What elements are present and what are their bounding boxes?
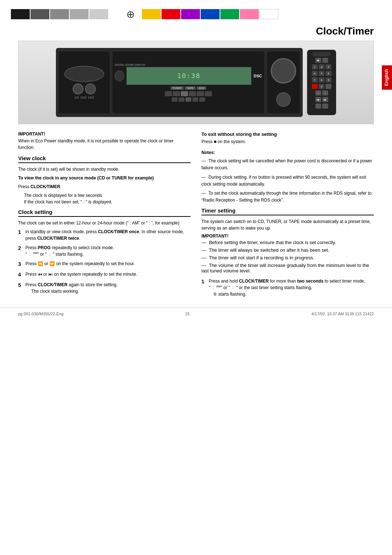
timer-setting-intro: The system can switch on to CD, TUNER, o… [201,218,374,231]
remote-num-row-1: 1 2 3 [312,64,331,69]
note-dash-1: — [201,158,206,165]
remote-control: ⏏ 1 2 3 4 5 6 7 8 9 [307,50,336,115]
swatch-black [11,9,30,19]
note-dash-3: — [201,190,206,197]
clock-step-3-content: Press ⏪ or ⏩ on the system repeatedly to… [25,260,191,268]
remote-btn-1: ⏏ [315,58,321,63]
notes-title: Notes: [201,149,374,156]
page-footer: pg 001-030/M355/22-Eng 25 4/17/02, 10:37… [0,308,392,320]
remote-num-2: 2 [319,64,324,69]
clock-step-1-content: In standby or view clock mode, press CLO… [25,228,191,242]
remote-bottom-row [315,104,328,109]
remote-num-3: 3 [326,64,331,69]
remote-num-6: 6 [326,71,331,76]
remote-num-row-3: 7 8 9 [312,77,331,82]
clock-step-3-number: 3 [18,260,23,268]
swatch-gray [50,9,69,19]
remote-num-5: 5 [319,71,324,76]
device-image: CD CD2 CD3 DIGITAL SOUND DISPLAY 10:38 D… [18,41,374,124]
digital-label: DIGITAL SOUND DISPLAY [115,64,146,66]
important-text: When in Eco Power standby mode, it is no… [18,138,191,151]
clock-step-2: 2 Press PROG repeatedly to select clock … [18,244,191,258]
remote-num-8: 8 [319,77,324,82]
page-title-area: Clock/Timer [0,22,392,41]
remote-prev: ⏮ [315,97,321,102]
clock-setting-heading: Clock setting [18,209,191,217]
footer-left: pg 001-030/M355/22-Eng [18,312,64,316]
clock-step-1: 1 In standby or view clock mode, press C… [18,228,191,242]
swatch-green [220,9,239,19]
two-column-layout: IMPORTANT! When in Eco Power standby mod… [18,131,374,300]
remote-nav-row: ⏮ ⏭ [315,97,328,102]
swatch-blue [201,9,220,19]
remote-num-row-2: 4 5 6 [312,71,331,76]
view-clock-body: The clock (if it is set) will be shown i… [18,166,191,173]
footer-page-number: 25 [185,312,189,316]
device-mockup: CD CD2 CD3 DIGITAL SOUND DISPLAY 10:38 D… [19,41,373,124]
view-clock-action: Press CLOCK⁄TIMER. [18,183,191,190]
remote-num-4: 4 [312,71,318,76]
note-text-2: During clock setting, if no button is pr… [201,175,366,187]
swatch-light-gray [70,9,89,19]
bottom-buttons [172,97,205,102]
swatch-red [162,9,180,19]
timer-important-3: — The timer will not start if a recordin… [201,255,374,260]
remote-next: ⏭ [322,97,328,102]
clock-step-2-content: Press PROG repeatedly to select clock mo… [25,244,191,258]
notes-section: Notes: — The clock setting will be cance… [201,149,374,204]
remote-btn-stop [312,84,318,89]
left-column: IMPORTANT! When in Eco Power standby mod… [18,131,191,300]
remote-btn-2 [322,58,328,63]
display-screen: 10:38 [126,67,252,85]
language-tab: English [382,65,392,90]
view-clock-detail1: The clock is displayed for a few seconds… [24,192,191,199]
clock-step-4: 4 Press ⏮ or ⏭ on the system repeatedly … [18,271,191,279]
remote-special-row: 0 [312,84,331,89]
clock-step-3: 3 Press ⏪ or ⏩ on the system repeatedly … [18,260,191,268]
view-clock-heading: View clock [18,155,191,163]
page-title: Clock/Timer [316,25,374,37]
timer-step-1-content: Press and hold CLOCK⁄TIMER for more than… [209,278,374,297]
timer-important-1: — Before setting the timer, ensure that … [201,240,374,245]
important-block: IMPORTANT! When in Eco Power standby mod… [18,131,191,151]
remote-num-0: 0 [319,84,324,89]
footer-right: 4/17/02, 10:37 AM 3139 115 21422 [311,312,374,316]
note-item-3: — To set the clock automatically through… [201,190,374,204]
note-item-2: — During clock setting, if no button is … [201,174,374,188]
stereo-left-panel: CD CD2 CD3 [59,52,110,113]
clock-setting-intro: The clock can be set in either 12-hour o… [18,220,191,226]
right-column: To exit without storing the setting Pres… [201,131,374,300]
timer-setting-heading: Timer setting [201,207,374,215]
swatch-purple [181,9,200,19]
control-buttons [165,91,212,96]
main-content: CD CD2 CD3 DIGITAL SOUND DISPLAY 10:38 D… [0,41,392,300]
clock-step-5: 5 Press CLOCK⁄TIMER again to store the s… [18,281,191,295]
note-item-1: — The clock setting will be cancelled wh… [201,158,374,171]
stereo-display-area: DIGITAL SOUND DISPLAY 10:38 DSC TUNER TA… [113,52,264,113]
view-clock-subheading: To view the clock in any source mode (CD… [18,175,191,181]
clock-step-4-content: Press ⏮ or ⏭ on the system repeatedly to… [25,271,191,279]
cd-labels: CD CD2 CD3 [75,96,94,99]
remote-vol-row: + − [315,90,328,96]
remote-num-7: 7 [312,77,318,82]
mode-buttons-row: TUNER TAPE AUX [171,86,206,90]
remote-btn-x [326,84,331,89]
swatch-dark-gray [30,9,49,19]
note-text-1: The clock setting will be cancelled when… [201,158,372,170]
view-clock-detail2: If the clock has not been set, “ : ” is … [24,199,191,205]
exit-section: To exit without storing the setting Pres… [201,131,374,145]
remote-vol-up: + [315,90,321,96]
dsc-label: DSC [254,74,262,78]
clock-step-5-content: Press CLOCK⁄TIMER again to store the set… [25,281,191,295]
swatch-very-light-gray [89,9,108,19]
exit-title: To exit without storing the setting [201,131,374,137]
clock-step-2-number: 2 [18,244,23,258]
color-bar: ⊕ [0,0,392,22]
remote-btn-b [322,104,328,109]
important-title: IMPORTANT! [18,131,191,137]
color-bar-right [142,9,278,19]
stereo-body: CD CD2 CD3 DIGITAL SOUND DISPLAY 10:38 D… [56,48,303,117]
note-text-3: To set the clock automatically through t… [201,191,372,203]
timer-important-2: — The timer will always be switched on a… [201,247,374,253]
timer-important-title: IMPORTANT! [201,234,374,239]
